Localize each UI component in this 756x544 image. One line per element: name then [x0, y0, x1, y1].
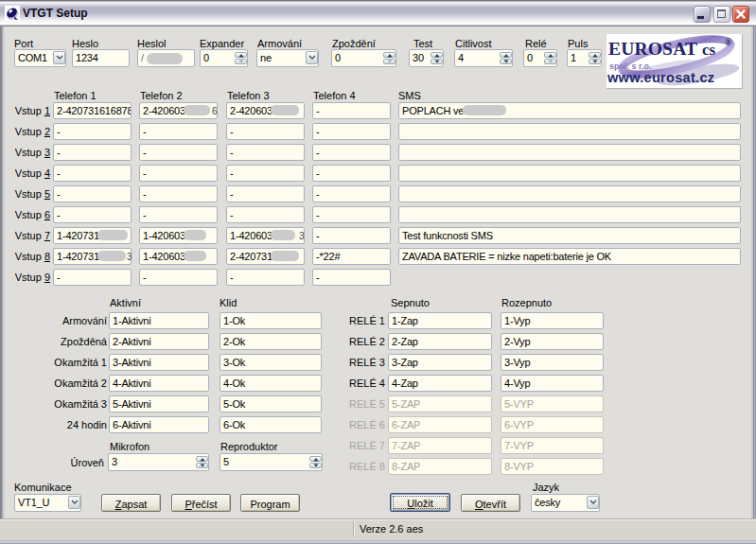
svg-text:cs: cs [702, 41, 716, 59]
svg-text:www.eurosat.cz: www.eurosat.cz [607, 70, 714, 85]
svg-text:EUROSAT: EUROSAT [608, 39, 697, 59]
svg-text:®: ® [725, 37, 732, 47]
